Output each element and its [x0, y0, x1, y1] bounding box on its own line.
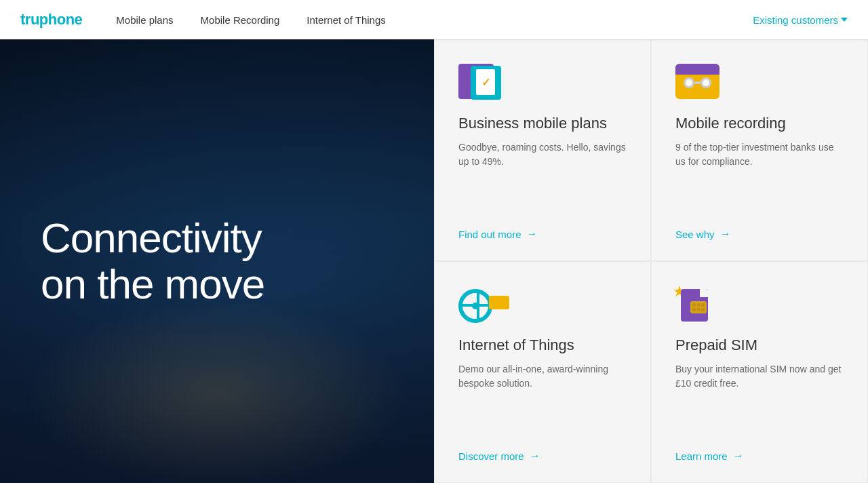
sim-icon: ★: [675, 286, 713, 323]
card-desc-mobile-recording: 9 of the top-tier investment banks use u…: [675, 140, 844, 214]
cards-grid: ✓ Business mobile plans Goodbye, roaming…: [434, 39, 868, 483]
arrow-right-icon: →: [720, 228, 731, 240]
card-title-iot: Internet of Things: [458, 336, 627, 354]
logo[interactable]: truphone: [20, 11, 82, 28]
steering-h-bar: [462, 304, 488, 307]
chip-cell: [692, 303, 696, 307]
chip-cell: [697, 303, 701, 307]
card-desc-business-mobile: Goodbye, roaming costs. Hello, savings u…: [458, 140, 627, 214]
cassette-icon: [675, 64, 719, 99]
card-desc-iot: Demo our all-in-one, award-winning bespo…: [458, 362, 627, 436]
navbar: truphone Mobile plans Mobile Recording I…: [0, 0, 868, 39]
sim-body: [681, 289, 708, 322]
chip-cell: [701, 308, 705, 311]
existing-customers-label: Existing customers: [753, 14, 838, 26]
card-mobile-recording[interactable]: Mobile recording 9 of the top-tier inves…: [651, 39, 868, 261]
card-title-mobile-recording: Mobile recording: [675, 115, 844, 132]
arrow-right-icon: →: [527, 228, 538, 240]
nav-link-iot[interactable]: Internet of Things: [307, 14, 385, 26]
chip-cell: [701, 303, 705, 307]
arrow-right-icon: →: [733, 450, 744, 462]
nav-right: Existing customers: [753, 14, 848, 26]
card-desc-prepaid-sim: Buy your international SIM now and get £…: [675, 362, 844, 436]
prepaid-sim-icon: ★: [675, 286, 723, 323]
chip-cell: [692, 308, 696, 311]
hero-title: Connectivity on the move: [41, 215, 264, 307]
steering-wheel-icon: [458, 286, 509, 323]
business-mobile-icon: ✓: [458, 64, 506, 101]
check-icon: ✓: [481, 76, 490, 89]
nav-link-mobile-plans[interactable]: Mobile plans: [116, 14, 173, 26]
card-link-business-mobile[interactable]: Find out more →: [458, 228, 627, 240]
chip-card: [489, 296, 509, 309]
card-link-iot[interactable]: Discover more →: [458, 450, 627, 462]
iot-icon: [458, 286, 506, 323]
mobile-recording-icon: [675, 64, 723, 101]
card-link-prepaid-sim[interactable]: Learn more →: [675, 450, 844, 462]
chevron-down-icon: [841, 18, 848, 22]
card-iot[interactable]: Internet of Things Demo our all-in-one, …: [434, 261, 651, 483]
card-link-mobile-recording[interactable]: See why →: [675, 228, 844, 240]
card-business-mobile[interactable]: ✓ Business mobile plans Goodbye, roaming…: [434, 39, 651, 261]
card-title-prepaid-sim: Prepaid SIM: [675, 336, 844, 354]
icon-clipboard: ✓: [476, 69, 495, 95]
card-prepaid-sim[interactable]: ★ Prepaid SIM Buy your international SIM…: [651, 261, 868, 483]
steering-v-bar: [477, 293, 479, 319]
chip-cell: [697, 308, 701, 311]
hero-text: Connectivity on the move: [0, 39, 434, 483]
arrow-right-icon: →: [530, 450, 540, 462]
existing-customers-button[interactable]: Existing customers: [753, 14, 848, 26]
nav-link-mobile-recording[interactable]: Mobile Recording: [201, 14, 280, 26]
nav-links: Mobile plans Mobile Recording Internet o…: [116, 14, 753, 26]
card-title-business-mobile: Business mobile plans: [458, 115, 627, 132]
cassette-top: [675, 64, 719, 75]
sim-chip: [690, 301, 707, 313]
reel-right: [701, 77, 711, 88]
cassette-center: [694, 81, 701, 84]
reel-left: [684, 77, 694, 88]
